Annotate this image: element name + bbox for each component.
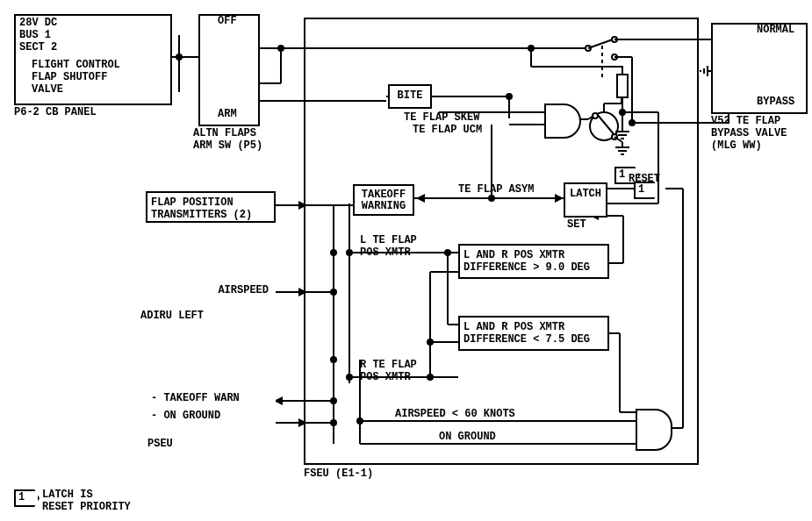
and-gate-reset — [636, 409, 672, 451]
and-gate-bite — [544, 103, 581, 139]
svg-point-98 — [620, 110, 625, 115]
altn-off: OFF — [218, 16, 237, 28]
valve-bypass: BYPASS — [757, 96, 794, 109]
reset-flag-top-num: 1 — [619, 168, 625, 181]
diff-lt-box: L AND R POS XMTR DIFFERENCE < 7.5 DEG — [458, 316, 609, 351]
footnote-flag: 1 — [14, 489, 40, 507]
fseu-label: FSEU (E1-1) — [304, 468, 373, 481]
svg-point-88 — [331, 357, 336, 362]
latch-label: LATCH — [570, 188, 601, 200]
flap-pos-xmtr-label: FLAP POSITION TRANSMITTERS (2) — [151, 196, 252, 221]
on-ground-label: ON GROUND — [439, 432, 496, 444]
svg-point-125 — [331, 289, 336, 295]
pseu-label: PSEU — [147, 439, 173, 451]
cb-line6: VALVE — [32, 84, 63, 96]
takeoff-warning-box: TAKEOFF WARNING — [353, 184, 414, 216]
svg-marker-129 — [298, 418, 307, 427]
diff-gt-label: L AND R POS XMTR DIFFERENCE > 9.0 DEG — [463, 249, 590, 274]
skew-label: TE FLAP SKEW — [404, 112, 479, 125]
cb-line5: FLAP SHUTOFF — [32, 72, 107, 84]
svg-point-113 — [428, 339, 433, 345]
cb-panel-label: P6-2 CB PANEL — [14, 107, 97, 119]
valve-normal: NORMAL — [757, 25, 794, 37]
svg-point-133 — [331, 420, 336, 425]
svg-marker-100 — [298, 201, 307, 210]
altn-sw-label: ALTN FLAPS ARM SW (P5) — [193, 128, 262, 153]
latch-set: SET — [567, 219, 586, 232]
reset-flag-num: 1 — [638, 183, 644, 196]
svg-point-22 — [278, 46, 284, 51]
pseu-ground: - ON GROUND — [151, 410, 220, 423]
ucm-label: TE FLAP UCM — [413, 125, 482, 137]
svg-marker-92 — [555, 194, 564, 203]
cb-line4: FLIGHT CONTROL — [32, 60, 120, 72]
svg-point-131 — [331, 398, 336, 403]
svg-point-107 — [347, 250, 352, 255]
diff-gt-box: L AND R POS XMTR DIFFERENCE > 9.0 DEG — [458, 244, 609, 279]
cb-line1: 28V DC — [19, 18, 57, 30]
airspeed-lt-label: AIRSPEED < 60 KNOTS — [395, 409, 515, 421]
bite-box: BITE — [388, 84, 432, 109]
svg-point-87 — [331, 250, 336, 255]
r-pos-xmtr: R TE FLAP POS XMTR — [360, 360, 417, 384]
diff-lt-label: L AND R POS XMTR DIFFERENCE < 7.5 DEG — [463, 321, 590, 346]
altn-arm: ARM — [218, 109, 237, 121]
altn-flaps-sw-box: OFF ARM — [198, 14, 260, 126]
svg-rect-32 — [617, 75, 628, 97]
latch-box: LATCH — [564, 182, 607, 218]
valve-label: V52 TE FLAP BYPASS VALVE (MLG WW) — [711, 116, 787, 152]
svg-point-136 — [357, 418, 363, 424]
pseu-takeoff: - TAKEOFF WARN — [151, 393, 240, 405]
airspeed-box: AIRSPEED — [147, 281, 276, 305]
cb-line2: BUS 1 — [19, 30, 51, 42]
svg-marker-123 — [298, 288, 307, 296]
adiru-label: ADIRU LEFT — [140, 310, 204, 323]
takeoff-warning-label: TAKEOFF WARNING — [362, 189, 406, 212]
svg-point-39 — [528, 46, 534, 51]
reset-flag-top: 1 — [614, 167, 640, 184]
bite-label: BITE — [398, 89, 423, 102]
flap-pos-xmtr-box: FLAP POSITION TRANSMITTERS (2) — [146, 191, 276, 223]
svg-point-114 — [347, 375, 352, 380]
cb-panel-box: 28V DC BUS 1 SECT 2 FLIGHT CONTROL FLAP … — [14, 14, 172, 105]
svg-line-72 — [597, 114, 614, 135]
schematic-diagram: M — [9, 9, 812, 521]
pseu-box: - TAKEOFF WARN - ON GROUND — [147, 391, 276, 433]
svg-marker-93 — [416, 194, 425, 203]
airspeed-label: AIRSPEED — [218, 284, 269, 296]
reset-flag: 1 — [634, 182, 659, 199]
footnote-text: LATCH IS RESET PRIORITY — [42, 489, 131, 514]
l-pos-xmtr: L TE FLAP POS XMTR — [360, 235, 417, 260]
asym-label: TE FLAP ASYM — [458, 184, 534, 196]
footnote-flag-num: 1 — [18, 491, 25, 503]
svg-line-24 — [588, 39, 613, 48]
cb-line3: SECT 2 — [19, 42, 57, 54]
